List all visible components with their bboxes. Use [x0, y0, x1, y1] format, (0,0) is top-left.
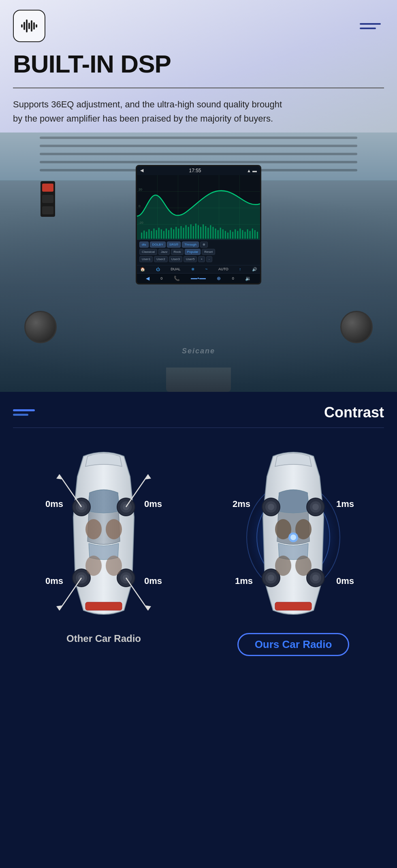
svg-rect-99 — [275, 602, 312, 610]
svg-rect-3 — [26, 19, 28, 32]
eq-classical[interactable]: Classical — [139, 249, 157, 255]
eq-user3[interactable]: User3 — [169, 256, 182, 262]
eq-add[interactable]: + — [198, 256, 205, 262]
other-car-label: Other Car Radio — [66, 633, 141, 644]
svg-rect-31 — [171, 227, 172, 238]
our-timing-bl: 1ms — [235, 576, 253, 586]
eq-remove[interactable]: - — [206, 256, 212, 262]
svg-rect-46 — [207, 227, 209, 238]
progress-bar: ▬▬●▬▬ — [191, 276, 206, 280]
our-car-label-button[interactable]: Ours Car Radio — [237, 633, 350, 656]
eq-jazz[interactable]: Jazz — [158, 249, 170, 255]
svg-rect-28 — [163, 231, 164, 238]
svg-text:-20: -20 — [139, 220, 143, 224]
climate-bar: 🏠 ⏻ DUAL ❄ ~ AUTO ↑ 🔊 — [137, 265, 260, 273]
our-timing-br: 0ms — [336, 576, 354, 586]
svg-rect-63 — [250, 231, 251, 238]
eq-dolby[interactable]: DOLBY — [150, 242, 166, 248]
svg-rect-32 — [173, 229, 174, 238]
svg-rect-40 — [193, 226, 194, 238]
svg-rect-34 — [178, 228, 179, 238]
control-button-2 — [42, 206, 53, 214]
home-icon: 🏠 — [140, 267, 145, 272]
screen-time: 17:55 — [189, 168, 201, 173]
svg-rect-58 — [237, 231, 238, 238]
eq-reset[interactable]: Reset — [202, 249, 215, 255]
our-car-top-view: 2ms 1ms 1ms 0ms — [233, 444, 354, 626]
svg-rect-4 — [28, 23, 30, 29]
eq-icon[interactable]: ⊕ — [200, 242, 208, 248]
power-icon: ⏻ — [156, 267, 160, 272]
phone-icon: 📞 — [174, 276, 180, 281]
screen-status-bar: ◀ 17:55 ▲ ▬ — [137, 166, 260, 175]
temp-display-2: 0 — [232, 276, 234, 280]
svg-rect-54 — [227, 232, 228, 238]
svg-point-105 — [312, 504, 319, 510]
svg-rect-61 — [244, 231, 245, 238]
other-car-top-view: 0ms 0ms 0ms 0ms — [43, 444, 164, 626]
eq-rock[interactable]: Rock — [171, 249, 183, 255]
svg-point-115 — [295, 556, 312, 576]
eq-display: 20 0 -20 — [137, 175, 260, 240]
svg-point-108 — [268, 575, 274, 581]
svg-point-114 — [275, 556, 291, 576]
vol-icon-nav: 🔉 — [245, 276, 251, 281]
eq-dts[interactable]: dts — [139, 242, 149, 248]
hero-section: BUILT-IN DSP Supports 36EQ adjustment, a… — [0, 0, 397, 392]
svg-rect-45 — [205, 226, 206, 238]
auto-label: AUTO — [218, 267, 228, 271]
temp-display: 0 — [160, 276, 162, 280]
car-screen: ◀ 17:55 ▲ ▬ — [136, 165, 261, 284]
fan-icon: ❄ — [191, 267, 194, 272]
svg-rect-21 — [146, 231, 147, 238]
svg-rect-38 — [188, 227, 189, 238]
svg-rect-30 — [168, 230, 169, 238]
back-button: ◀ — [140, 168, 143, 173]
eq-user2[interactable]: User2 — [154, 256, 167, 262]
contrast-header: Contrast — [13, 404, 384, 421]
other-timing-tr: 0ms — [144, 499, 162, 509]
svg-rect-47 — [210, 225, 211, 238]
svg-rect-49 — [215, 228, 216, 238]
svg-point-83 — [106, 556, 122, 576]
eq-controls: dts DOLBY SRS® Through ⊕ Classical Jazz … — [137, 240, 260, 265]
contrast-divider — [13, 428, 384, 428]
control-button — [42, 195, 53, 203]
back-nav: ◀ — [146, 276, 149, 281]
svg-rect-23 — [151, 231, 152, 238]
our-timing-tl: 2ms — [233, 499, 250, 509]
svg-rect-50 — [218, 230, 219, 238]
title-divider — [13, 88, 384, 88]
eq-user5[interactable]: User5 — [184, 256, 197, 262]
eq-through[interactable]: Through — [182, 242, 199, 248]
status-icons: ▲ ▬ — [247, 168, 257, 173]
svg-rect-6 — [33, 22, 35, 30]
svg-rect-66 — [257, 231, 258, 238]
svg-rect-33 — [175, 227, 177, 238]
eq-user1[interactable]: User1 — [139, 256, 153, 262]
right-knob — [340, 311, 373, 343]
svg-rect-57 — [235, 229, 236, 238]
contrast-section: Contrast 0ms 0ms 0ms 0ms — [0, 392, 397, 868]
svg-rect-37 — [186, 225, 187, 238]
eq-srs[interactable]: SRS® — [167, 242, 181, 248]
svg-rect-43 — [200, 227, 201, 238]
svg-rect-36 — [183, 227, 184, 238]
svg-rect-48 — [212, 227, 213, 238]
svg-rect-56 — [232, 231, 233, 238]
dashboard-image: ◀ 17:55 ▲ ▬ — [0, 133, 397, 392]
hamburger-menu-button[interactable] — [356, 20, 384, 32]
svg-point-80 — [85, 519, 102, 539]
other-timing-bl: 0ms — [45, 576, 63, 586]
svg-rect-29 — [166, 228, 167, 238]
svg-point-111 — [312, 575, 319, 581]
our-car-item: 2ms 1ms 1ms 0ms — [203, 444, 384, 656]
left-knob — [24, 311, 57, 343]
svg-rect-25 — [156, 230, 157, 238]
ac-icon: ~ — [205, 267, 207, 272]
svg-rect-19 — [141, 232, 142, 238]
hazard-button — [42, 184, 53, 192]
eq-popular[interactable]: Popular — [185, 249, 201, 255]
svg-rect-60 — [242, 230, 243, 238]
svg-rect-65 — [254, 230, 256, 238]
